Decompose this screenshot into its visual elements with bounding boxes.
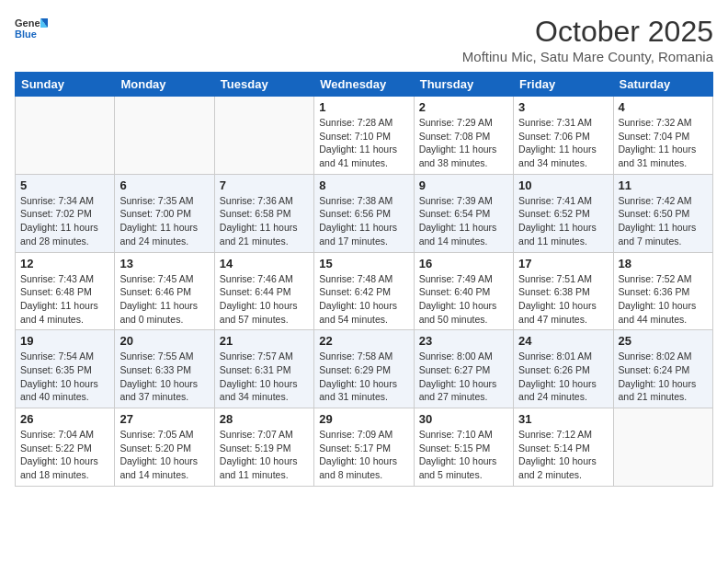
weekday-header: Tuesday xyxy=(214,73,313,97)
calendar-cell xyxy=(16,97,115,175)
day-info: Sunrise: 7:48 AM Sunset: 6:42 PM Dayligh… xyxy=(319,272,408,327)
calendar-cell xyxy=(613,408,712,487)
day-number: 2 xyxy=(419,100,508,114)
day-number: 28 xyxy=(220,412,309,426)
calendar-cell: 29Sunrise: 7:09 AM Sunset: 5:17 PM Dayli… xyxy=(314,408,414,487)
calendar-cell: 26Sunrise: 7:04 AM Sunset: 5:22 PM Dayli… xyxy=(16,408,115,487)
calendar-cell: 20Sunrise: 7:55 AM Sunset: 6:33 PM Dayli… xyxy=(115,330,214,408)
calendar-cell: 8Sunrise: 7:38 AM Sunset: 6:56 PM Daylig… xyxy=(314,174,414,252)
day-info: Sunrise: 7:10 AM Sunset: 5:15 PM Dayligh… xyxy=(419,428,508,482)
weekday-header: Wednesday xyxy=(314,73,414,97)
calendar-week-row: 26Sunrise: 7:04 AM Sunset: 5:22 PM Dayli… xyxy=(16,408,713,487)
day-number: 16 xyxy=(419,257,508,270)
day-info: Sunrise: 8:01 AM Sunset: 6:26 PM Dayligh… xyxy=(518,350,608,404)
day-number: 22 xyxy=(319,334,408,348)
day-info: Sunrise: 7:28 AM Sunset: 7:10 PM Dayligh… xyxy=(319,116,408,170)
day-number: 31 xyxy=(518,412,608,426)
calendar-cell: 7Sunrise: 7:36 AM Sunset: 6:58 PM Daylig… xyxy=(214,174,313,252)
title-block: October 2025 Moftinu Mic, Satu Mare Coun… xyxy=(462,15,713,64)
calendar-cell: 9Sunrise: 7:39 AM Sunset: 6:54 PM Daylig… xyxy=(414,174,513,252)
calendar-cell: 19Sunrise: 7:54 AM Sunset: 6:35 PM Dayli… xyxy=(16,330,115,408)
day-number: 18 xyxy=(619,257,708,270)
day-number: 20 xyxy=(119,334,209,348)
day-number: 30 xyxy=(419,412,508,426)
calendar-cell: 28Sunrise: 7:07 AM Sunset: 5:19 PM Dayli… xyxy=(214,408,313,487)
day-info: Sunrise: 7:29 AM Sunset: 7:08 PM Dayligh… xyxy=(419,116,508,170)
page-header: General Blue October 2025 Moftinu Mic, S… xyxy=(15,15,713,64)
calendar-cell: 16Sunrise: 7:49 AM Sunset: 6:40 PM Dayli… xyxy=(414,252,513,330)
calendar-cell: 3Sunrise: 7:31 AM Sunset: 7:06 PM Daylig… xyxy=(514,97,613,175)
day-number: 8 xyxy=(319,178,408,192)
day-info: Sunrise: 7:12 AM Sunset: 5:14 PM Dayligh… xyxy=(518,428,608,482)
weekday-header: Saturday xyxy=(613,73,712,97)
day-number: 25 xyxy=(619,334,708,348)
calendar-cell: 14Sunrise: 7:46 AM Sunset: 6:44 PM Dayli… xyxy=(214,252,313,330)
day-number: 29 xyxy=(319,412,408,426)
calendar-cell: 25Sunrise: 8:02 AM Sunset: 6:24 PM Dayli… xyxy=(613,330,712,408)
day-info: Sunrise: 8:00 AM Sunset: 6:27 PM Dayligh… xyxy=(419,350,508,404)
calendar-cell: 6Sunrise: 7:35 AM Sunset: 7:00 PM Daylig… xyxy=(115,174,214,252)
calendar-cell: 12Sunrise: 7:43 AM Sunset: 6:48 PM Dayli… xyxy=(16,252,115,330)
day-info: Sunrise: 7:32 AM Sunset: 7:04 PM Dayligh… xyxy=(619,116,708,170)
calendar-cell xyxy=(115,97,214,175)
day-info: Sunrise: 7:57 AM Sunset: 6:31 PM Dayligh… xyxy=(220,350,309,404)
calendar-cell xyxy=(214,97,313,175)
day-number: 5 xyxy=(20,178,109,192)
logo: General Blue xyxy=(15,15,48,40)
day-info: Sunrise: 7:55 AM Sunset: 6:33 PM Dayligh… xyxy=(119,350,209,404)
day-number: 11 xyxy=(619,178,708,192)
month-title: October 2025 xyxy=(462,15,713,49)
day-number: 13 xyxy=(119,257,209,270)
day-number: 21 xyxy=(220,334,309,348)
day-info: Sunrise: 7:05 AM Sunset: 5:20 PM Dayligh… xyxy=(119,428,209,482)
calendar-cell: 2Sunrise: 7:29 AM Sunset: 7:08 PM Daylig… xyxy=(414,97,513,175)
day-info: Sunrise: 7:43 AM Sunset: 6:48 PM Dayligh… xyxy=(20,272,109,327)
day-info: Sunrise: 7:09 AM Sunset: 5:17 PM Dayligh… xyxy=(319,428,408,482)
day-info: Sunrise: 7:54 AM Sunset: 6:35 PM Dayligh… xyxy=(20,350,109,404)
day-info: Sunrise: 7:42 AM Sunset: 6:50 PM Dayligh… xyxy=(619,194,708,248)
calendar-week-row: 12Sunrise: 7:43 AM Sunset: 6:48 PM Dayli… xyxy=(16,252,713,330)
svg-text:Blue: Blue xyxy=(15,29,37,40)
day-info: Sunrise: 7:46 AM Sunset: 6:44 PM Dayligh… xyxy=(220,272,309,327)
calendar-cell: 18Sunrise: 7:52 AM Sunset: 6:36 PM Dayli… xyxy=(613,252,712,330)
calendar-cell: 10Sunrise: 7:41 AM Sunset: 6:52 PM Dayli… xyxy=(514,174,613,252)
calendar-cell: 22Sunrise: 7:58 AM Sunset: 6:29 PM Dayli… xyxy=(314,330,414,408)
day-info: Sunrise: 7:34 AM Sunset: 7:02 PM Dayligh… xyxy=(20,194,109,248)
day-info: Sunrise: 7:51 AM Sunset: 6:38 PM Dayligh… xyxy=(518,272,608,327)
day-info: Sunrise: 7:38 AM Sunset: 6:56 PM Dayligh… xyxy=(319,194,408,248)
day-info: Sunrise: 7:49 AM Sunset: 6:40 PM Dayligh… xyxy=(419,272,508,327)
day-number: 1 xyxy=(319,100,408,114)
day-number: 23 xyxy=(419,334,508,348)
calendar-cell: 17Sunrise: 7:51 AM Sunset: 6:38 PM Dayli… xyxy=(514,252,613,330)
day-info: Sunrise: 7:52 AM Sunset: 6:36 PM Dayligh… xyxy=(619,272,708,327)
day-number: 17 xyxy=(518,257,608,270)
day-info: Sunrise: 7:39 AM Sunset: 6:54 PM Dayligh… xyxy=(419,194,508,248)
day-number: 6 xyxy=(119,178,209,192)
weekday-header: Thursday xyxy=(414,73,513,97)
calendar-week-row: 19Sunrise: 7:54 AM Sunset: 6:35 PM Dayli… xyxy=(16,330,713,408)
day-info: Sunrise: 7:58 AM Sunset: 6:29 PM Dayligh… xyxy=(319,350,408,404)
day-info: Sunrise: 7:35 AM Sunset: 7:00 PM Dayligh… xyxy=(119,194,209,248)
day-info: Sunrise: 7:07 AM Sunset: 5:19 PM Dayligh… xyxy=(220,428,309,482)
calendar-cell: 21Sunrise: 7:57 AM Sunset: 6:31 PM Dayli… xyxy=(214,330,313,408)
day-number: 10 xyxy=(518,178,608,192)
calendar-cell: 1Sunrise: 7:28 AM Sunset: 7:10 PM Daylig… xyxy=(314,97,414,175)
weekday-header-row: SundayMondayTuesdayWednesdayThursdayFrid… xyxy=(16,73,713,97)
calendar-cell: 4Sunrise: 7:32 AM Sunset: 7:04 PM Daylig… xyxy=(613,97,712,175)
day-number: 26 xyxy=(20,412,109,426)
weekday-header: Sunday xyxy=(16,73,115,97)
calendar-cell: 5Sunrise: 7:34 AM Sunset: 7:02 PM Daylig… xyxy=(16,174,115,252)
day-info: Sunrise: 7:04 AM Sunset: 5:22 PM Dayligh… xyxy=(20,428,109,482)
calendar-cell: 27Sunrise: 7:05 AM Sunset: 5:20 PM Dayli… xyxy=(115,408,214,487)
day-number: 7 xyxy=(220,178,309,192)
day-number: 3 xyxy=(518,100,608,114)
day-number: 15 xyxy=(319,257,408,270)
day-number: 27 xyxy=(119,412,209,426)
day-info: Sunrise: 7:41 AM Sunset: 6:52 PM Dayligh… xyxy=(518,194,608,248)
calendar-cell: 11Sunrise: 7:42 AM Sunset: 6:50 PM Dayli… xyxy=(613,174,712,252)
weekday-header: Monday xyxy=(115,73,214,97)
calendar-table: SundayMondayTuesdayWednesdayThursdayFrid… xyxy=(15,72,713,487)
day-info: Sunrise: 7:31 AM Sunset: 7:06 PM Dayligh… xyxy=(518,116,608,170)
day-number: 9 xyxy=(419,178,508,192)
logo-icon: General Blue xyxy=(15,15,48,40)
